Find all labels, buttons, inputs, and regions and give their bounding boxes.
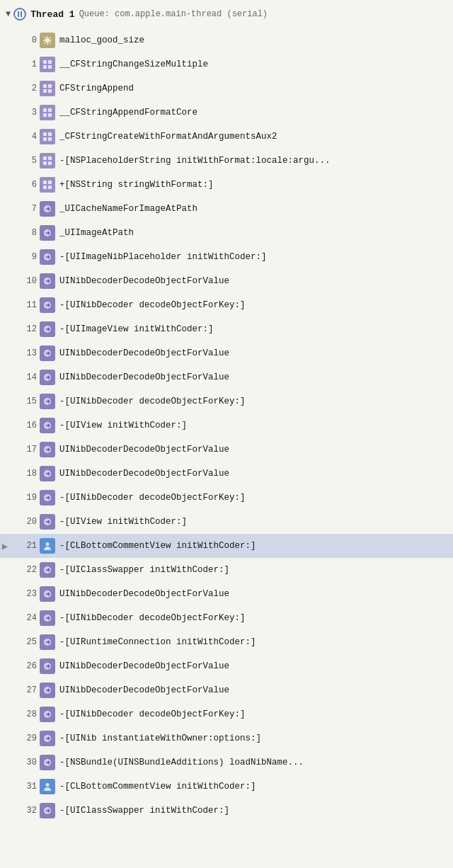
- frame-item[interactable]: 5 -[NSPlaceholderString initWithFormat:l…: [0, 149, 453, 173]
- svg-rect-2: [43, 60, 47, 64]
- frame-item[interactable]: 0 malloc_good_size: [0, 28, 453, 52]
- frame-number: 8: [17, 228, 37, 238]
- method-icon: [40, 707, 55, 722]
- svg-rect-13: [48, 113, 52, 117]
- frame-item[interactable]: 24 -[UINibDecoder decodeObjectForKey:]: [0, 606, 453, 630]
- method-icon: [40, 490, 55, 506]
- frame-number: 22: [17, 565, 37, 575]
- thread-pause-icon: [13, 8, 26, 21]
- svg-rect-25: [48, 185, 52, 189]
- method-icon: [40, 370, 55, 385]
- frame-name: -[UIClassSwapper initWithCoder:]: [59, 565, 229, 575]
- frame-item[interactable]: 8 _UIImageAtPath: [0, 221, 453, 245]
- frame-item[interactable]: 15 -[UINibDecoder decodeObjectForKey:]: [0, 389, 453, 413]
- svg-rect-4: [43, 65, 47, 69]
- frame-number: 12: [17, 324, 37, 334]
- frame-number: 13: [17, 348, 37, 358]
- frame-item[interactable]: 19 -[UINibDecoder decodeObjectForKey:]: [0, 486, 453, 510]
- frame-number: 5: [17, 156, 37, 166]
- frame-item[interactable]: 11 -[UINibDecoder decodeObjectForKey:]: [0, 293, 453, 317]
- frame-item[interactable]: 6 +[NSString stringWithFormat:]: [0, 173, 453, 197]
- frame-item[interactable]: 9 -[UIImageNibPlaceholder initWithCoder:…: [0, 245, 453, 269]
- thread-container: ▼ Thread 1 Queue: com.apple.main-thread …: [0, 0, 453, 823]
- svg-rect-23: [48, 181, 52, 184]
- frame-name: -[UIView initWithCoder:]: [59, 421, 187, 430]
- method-icon: [40, 394, 55, 409]
- frame-item[interactable]: 16 -[UIView initWithCoder:]: [0, 413, 453, 438]
- user-code-icon: [40, 779, 55, 794]
- method-icon: [40, 755, 55, 770]
- method-icon: [40, 803, 55, 818]
- frame-item[interactable]: 28 -[UINibDecoder decodeObjectForKey:]: [0, 702, 453, 726]
- svg-point-40: [46, 542, 50, 546]
- frame-name: _CFStringCreateWithFormatAndArgumentsAux…: [59, 132, 277, 142]
- method-icon: [40, 514, 55, 530]
- frame-number: 20: [17, 517, 37, 527]
- frame-item[interactable]: 20 -[UIView initWithCoder:]: [0, 510, 453, 534]
- method-icon: [40, 586, 55, 602]
- gear-icon: [40, 33, 55, 48]
- frame-item[interactable]: 7 _UICacheNameForImageAtPath: [0, 197, 453, 221]
- frame-item[interactable]: 1 __CFStringChangeSizeMultiple: [0, 52, 453, 76]
- method-icon: [40, 658, 55, 674]
- frame-name: malloc_good_size: [59, 35, 144, 45]
- frame-name: __CFStringChangeSizeMultiple: [59, 59, 208, 69]
- frame-name: -[UINib instantiateWithOwner:options:]: [59, 733, 261, 743]
- frame-item[interactable]: 18 UINibDecoderDecodeObjectForValue: [0, 462, 453, 486]
- grid-icon: [40, 153, 55, 169]
- svg-rect-5: [48, 65, 52, 69]
- frame-name: -[UIRuntimeConnection initWithCoder:]: [59, 637, 256, 647]
- collapse-arrow[interactable]: ▼: [6, 9, 11, 19]
- frame-item[interactable]: 32 -[UIClassSwapper initWithCoder:]: [0, 799, 453, 823]
- frame-item[interactable]: 27 UINibDecoderDecodeObjectForValue: [0, 678, 453, 702]
- frame-item[interactable]: 3 __CFStringAppendFormatCore: [0, 101, 453, 125]
- frame-name: -[CLBottomCommentView initWithCoder:]: [59, 782, 256, 792]
- grid-icon: [40, 81, 55, 96]
- svg-rect-16: [43, 137, 47, 141]
- frame-name: -[CLBottomCommentView initWithCoder:]: [59, 541, 256, 551]
- frame-item[interactable]: 26 UINibDecoderDecodeObjectForValue: [0, 654, 453, 678]
- frame-item[interactable]: 13 UINibDecoderDecodeObjectForValue: [0, 341, 453, 365]
- frame-number: 10: [17, 276, 37, 286]
- grid-icon: [40, 129, 55, 144]
- frame-item[interactable]: 25 -[UIRuntimeConnection initWithCoder:]: [0, 630, 453, 654]
- frame-number: 17: [17, 445, 37, 455]
- frame-number: 21: [17, 541, 37, 551]
- frame-item[interactable]: 14 UINibDecoderDecodeObjectForValue: [0, 365, 453, 389]
- svg-rect-20: [43, 161, 47, 165]
- current-frame-indicator: ▶: [0, 541, 10, 551]
- frame-number: 30: [17, 758, 37, 767]
- grid-icon: [40, 105, 55, 120]
- frame-number: 7: [17, 204, 37, 214]
- frame-number: 4: [17, 132, 37, 142]
- svg-rect-11: [48, 108, 52, 112]
- frame-item[interactable]: ▶21 -[CLBottomCommentView initWithCoder:…: [0, 534, 453, 558]
- thread-queue: Queue: com.apple.main-thread (serial): [79, 9, 268, 19]
- frame-number: 25: [17, 637, 37, 647]
- frame-item[interactable]: 30 -[NSBundle(UINSBundleAdditions) loadN…: [0, 750, 453, 775]
- frame-name: UINibDecoderDecodeObjectForValue: [59, 445, 229, 455]
- frame-name: _UICacheNameForImageAtPath: [59, 204, 197, 214]
- svg-rect-8: [43, 89, 47, 93]
- svg-rect-22: [43, 181, 47, 184]
- frame-item[interactable]: 23 UINibDecoderDecodeObjectForValue: [0, 582, 453, 606]
- frame-item[interactable]: 31 -[CLBottomCommentView initWithCoder:]: [0, 775, 453, 799]
- frame-item[interactable]: 29 -[UINib instantiateWithOwner:options:…: [0, 726, 453, 750]
- frame-item[interactable]: 12 -[UIImageView initWithCoder:]: [0, 317, 453, 341]
- svg-rect-9: [48, 89, 52, 93]
- frame-item[interactable]: 10 UINibDecoderDecodeObjectForValue: [0, 269, 453, 293]
- svg-rect-21: [48, 161, 52, 165]
- frame-item[interactable]: 22 -[UIClassSwapper initWithCoder:]: [0, 558, 453, 582]
- frame-name: UINibDecoderDecodeObjectForValue: [59, 661, 229, 671]
- frame-number: 23: [17, 589, 37, 599]
- svg-rect-15: [48, 132, 52, 136]
- frame-item[interactable]: 2 CFStringAppend: [0, 76, 453, 101]
- frame-item[interactable]: 17 UINibDecoderDecodeObjectForValue: [0, 438, 453, 462]
- method-icon: [40, 442, 55, 457]
- thread-header[interactable]: ▼ Thread 1 Queue: com.apple.main-thread …: [0, 0, 453, 28]
- frame-name: -[UIClassSwapper initWithCoder:]: [59, 806, 229, 816]
- frame-number: 26: [17, 661, 37, 671]
- frame-item[interactable]: 4 _CFStringCreateWithFormatAndArgumentsA…: [0, 125, 453, 149]
- method-icon: [40, 249, 55, 265]
- svg-rect-6: [43, 84, 47, 88]
